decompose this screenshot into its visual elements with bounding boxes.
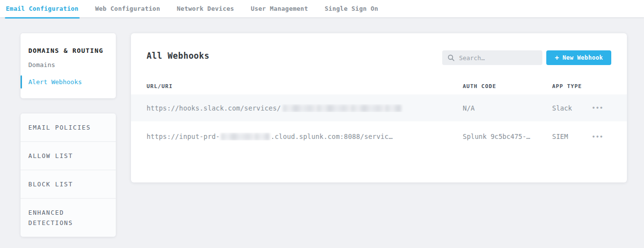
tab-web-configuration[interactable]: Web Configuration [94,0,161,18]
column-header-app-type: APP TYPE [552,83,590,90]
page-title: All Webhooks [147,51,210,61]
domains-routing-card: DOMAINS & ROUTING Domains Alert Webhooks [21,33,116,98]
app-type-cell: SIEM [552,133,590,140]
app-type-cell: Slack [552,104,590,112]
tab-user-management[interactable]: User Management [250,0,309,18]
card-header: All Webhooks + New Webhook [131,33,627,78]
webhook-row-splunk: https://input-prd-.cloud.splunk.com:8088… [131,121,627,152]
sidebar-item-label: Alert Webhooks [28,78,82,86]
sidebar-item-allow-list[interactable]: ALLOW LIST [21,142,116,170]
top-nav: Email Configuration Web Configuration Ne… [0,0,644,18]
sidebar-item-alert-webhooks[interactable]: Alert Webhooks [21,73,116,90]
header-actions: + New Webhook [442,50,611,65]
tab-email-configuration[interactable]: Email Configuration [5,0,80,18]
search-box [442,50,542,65]
sidebar-item-enhanced-detections[interactable]: ENHANCED DETECTIONS [21,199,116,237]
row-actions-button[interactable]: ●●● [590,132,606,142]
redacted-text [221,133,270,140]
webhook-url-text: https://hooks.slack.com/services/ [147,104,281,112]
tab-network-devices[interactable]: Network Devices [176,0,235,18]
search-input[interactable] [442,50,542,65]
webhooks-card: All Webhooks + New Webhook URL/URI AUTH … [131,33,627,182]
redacted-text [283,105,402,112]
auth-code-cell: N/A [463,104,552,112]
webhook-url-cell: https://hooks.slack.com/services/ [147,104,463,112]
row-actions-button[interactable]: ●●● [590,103,606,113]
ellipsis-icon: ●●● [592,134,604,139]
column-header-auth-code: AUTH CODE [463,83,552,90]
webhook-url-cell: https://input-prd-.cloud.splunk.com:8088… [147,133,463,140]
new-webhook-label: New Webhook [562,54,603,61]
actions-cell: ●●● [590,103,611,113]
ellipsis-icon: ●●● [592,105,604,110]
sidebar-policy-group: EMAIL POLICIES ALLOW LIST BLOCK LIST ENH… [21,113,116,237]
sidebar-item-label: Domains [28,61,55,68]
actions-cell: ●●● [590,132,611,142]
webhook-url-text: .cloud.splunk.com:8088/servic… [271,133,393,140]
search-icon [448,54,454,61]
plus-icon: + [555,54,559,62]
sidebar-item-domains[interactable]: Domains [21,56,116,73]
sidebar: DOMAINS & ROUTING Domains Alert Webhooks… [21,33,116,237]
table-header: URL/URI AUTH CODE APP TYPE [131,78,627,94]
sidebar-item-block-list[interactable]: BLOCK LIST [21,170,116,199]
webhook-url-text: https://input-prd- [147,133,220,140]
tab-single-sign-on[interactable]: Single Sign On [324,0,380,18]
webhook-row-slack: https://hooks.slack.com/services/ N/A Sl… [131,94,627,121]
sidebar-item-email-policies[interactable]: EMAIL POLICIES [21,113,116,142]
column-header-url: URL/URI [147,83,463,90]
sidebar-section-title: DOMAINS & ROUTING [21,40,116,56]
auth-code-cell: Splunk 9c5bc475-… [463,133,552,140]
new-webhook-button[interactable]: + New Webhook [546,50,611,65]
active-indicator [21,75,22,89]
